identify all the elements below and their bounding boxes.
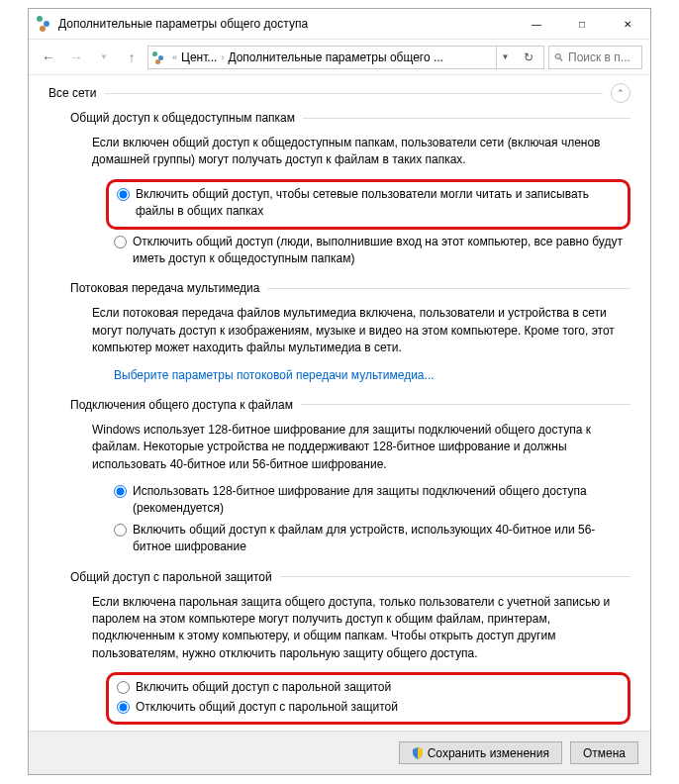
refresh-button[interactable]: ↻ [518,47,539,68]
forward-button[interactable]: → [64,46,88,69]
divider [267,288,630,289]
radio-input[interactable] [114,236,127,248]
network-center-icon [152,49,168,65]
button-label: Сохранить изменения [428,746,549,760]
section-body: Если включен общий доступ к общедоступны… [92,135,630,267]
radio-input[interactable] [117,701,130,714]
search-icon: 🔍︎ [553,51,564,63]
media-settings-link[interactable]: Выберите параметры потоковой передачи му… [114,367,435,384]
profile-header[interactable]: Все сети ⌃ [48,83,630,103]
section-title: Подключения общего доступа к файлам [70,398,630,412]
radio-password-disable[interactable]: Отключить общий доступ с парольной защит… [117,699,620,716]
radio-input[interactable] [117,681,130,694]
radio-label: Отключить общий доступ (люди, выполнивши… [133,234,630,268]
section-body: Если потоковая передача файлов мультимед… [92,305,630,384]
radio-label: Включить общий доступ, чтобы сетевые пол… [136,186,620,221]
window: Дополнительные параметры общего доступа … [28,8,651,775]
section-title-text: Потоковая передача мультимедиа [70,281,259,295]
divider [105,93,604,94]
chevron-right-icon: › [221,52,224,62]
navbar: ← → ▼ ↑ « Цент... › Дополнительные парам… [29,40,650,75]
window-controls: — □ ✕ [514,9,650,39]
breadcrumb-2[interactable]: Дополнительные параметры общего ... [228,50,443,64]
section-file-sharing-encryption: Подключения общего доступа к файлам Wind… [70,398,630,556]
section-title: Общий доступ с парольной защитой [70,570,630,584]
chevron-icon: « [172,52,177,62]
divider [301,404,630,405]
shield-icon [412,747,424,759]
radio-encryption-40-56[interactable]: Включить общий доступ к файлам для устро… [114,522,630,556]
radio-input[interactable] [114,485,127,498]
save-button[interactable]: Сохранить изменения [399,741,562,764]
highlight-password-options: Включить общий доступ с парольной защито… [106,672,630,725]
history-dropdown[interactable]: ▼ [92,46,116,69]
section-title: Потоковая передача мультимедиа [70,281,630,295]
window-title: Дополнительные параметры общего доступа [58,17,514,31]
close-button[interactable]: ✕ [605,9,650,39]
content-area: Все сети ⌃ Общий доступ к общедоступным … [29,75,650,731]
radio-label: Включить общий доступ с парольной защито… [136,679,391,696]
radio-password-enable[interactable]: Включить общий доступ с парольной защито… [117,679,620,696]
search-box[interactable]: 🔍︎ [548,46,642,69]
address-dropdown[interactable]: ▼ [496,47,514,68]
network-center-icon [37,16,52,32]
section-description: Windows использует 128-битное шифрование… [92,422,630,473]
section-title-text: Общий доступ к общедоступным папкам [70,111,295,125]
radio-input[interactable] [117,188,130,201]
radio-public-disable[interactable]: Отключить общий доступ (люди, выполнивши… [114,234,630,268]
minimize-button[interactable]: — [514,9,559,39]
radio-input[interactable] [114,524,127,537]
section-public-folders: Общий доступ к общедоступным папкам Если… [70,111,630,267]
section-description: Если потоковая передача файлов мультимед… [92,305,630,356]
breadcrumb-1[interactable]: Цент... [181,50,217,64]
collapse-button[interactable]: ⌃ [611,83,630,103]
search-input[interactable] [568,50,637,64]
section-title-text: Общий доступ с парольной защитой [70,570,272,584]
radio-label: Использовать 128-битное шифрование для з… [133,483,630,518]
radio-label: Отключить общий доступ с парольной защит… [136,699,398,716]
section-title-text: Подключения общего доступа к файлам [70,398,293,412]
maximize-button[interactable]: □ [559,9,605,39]
back-button[interactable]: ← [37,46,60,69]
radio-label: Включить общий доступ к файлам для устро… [133,522,630,556]
section-media-streaming: Потоковая передача мультимедиа Если пото… [70,281,630,384]
radio-encryption-128[interactable]: Использовать 128-битное шифрование для з… [114,483,630,518]
titlebar: Дополнительные параметры общего доступа … [29,9,650,40]
section-title: Общий доступ к общедоступным папкам [70,111,630,125]
divider [303,118,630,119]
section-description: Если включен общий доступ к общедоступны… [92,135,630,169]
address-bar[interactable]: « Цент... › Дополнительные параметры общ… [147,46,544,69]
profile-name: Все сети [48,86,97,100]
radio-public-enable[interactable]: Включить общий доступ, чтобы сетевые пол… [117,186,620,221]
divider [280,576,630,577]
radio-group: Использовать 128-битное шифрование для з… [114,483,630,556]
radio-group: Отключить общий доступ (люди, выполнивши… [114,234,630,268]
button-label: Отмена [583,746,626,760]
up-button[interactable]: ↑ [120,46,144,69]
cancel-button[interactable]: Отмена [570,741,638,764]
section-password-protected: Общий доступ с парольной защитой Если вк… [70,570,630,725]
section-body: Windows использует 128-битное шифрование… [92,422,630,556]
footer: Сохранить изменения Отмена [29,731,650,774]
highlight-public-enable: Включить общий доступ, чтобы сетевые пол… [106,179,630,230]
section-body: Если включена парольная защита общего до… [92,594,630,725]
section-description: Если включена парольная защита общего до… [92,594,630,663]
